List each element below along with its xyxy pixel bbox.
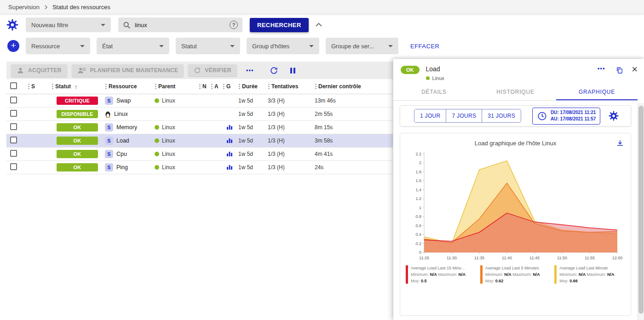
panel-more-icon[interactable]: ••• [598, 65, 605, 72]
column-drag-icon[interactable] [155, 83, 157, 90]
table-row[interactable]: CRITIQUESSwapLinux1w 5d3/3 (H)13m 46s [6, 94, 393, 108]
select-all-checkbox[interactable] [10, 82, 17, 89]
legend-item[interactable]: Average Load Last 15 Minu ..Minimum: N/A… [406, 265, 477, 285]
column-header[interactable]: Durée [237, 79, 267, 94]
table-row[interactable]: OKSMemoryLinux1w 5d1/3 (H)8m 15s [6, 121, 393, 134]
column-drag-icon[interactable] [105, 83, 107, 90]
column-drag-icon[interactable] [28, 83, 30, 90]
tab-graphique[interactable]: GRAPHIQUE [556, 85, 638, 100]
row-checkbox[interactable] [10, 110, 17, 117]
row-checkbox[interactable] [10, 163, 17, 170]
resource-name[interactable]: Load [116, 137, 129, 144]
parent-name[interactable]: Linux [162, 97, 175, 104]
clear-filters-button[interactable]: EFFACER [410, 43, 439, 50]
search-button[interactable]: RECHERCHER [250, 18, 309, 32]
table-row[interactable]: OKSPingLinux1w 5d1/3 (H)24s [6, 161, 393, 174]
status-badge[interactable]: OK [57, 123, 98, 131]
column-drag-icon[interactable] [268, 83, 270, 90]
status-badge[interactable]: DISPONIBLE [57, 110, 98, 118]
criteria-select-5[interactable]: Groupe de ser... [326, 38, 398, 54]
help-icon[interactable]: ? [230, 21, 238, 29]
acknowledge-button[interactable]: ACQUITTER [11, 64, 67, 77]
check-button[interactable]: VÉRIFIER [188, 64, 237, 76]
svg-text:1.8: 1.8 [415, 170, 421, 174]
tab-historique[interactable]: HISTORIQUE [475, 85, 556, 100]
parent-name[interactable]: Linux [162, 151, 175, 157]
criteria-select-2[interactable]: État [97, 38, 169, 54]
refresh-icon[interactable] [270, 66, 278, 75]
status-badge[interactable]: OK [57, 150, 98, 158]
criteria-select-4[interactable]: Group d'hôtes [247, 38, 319, 54]
close-panel-icon[interactable]: × [632, 64, 638, 74]
table-row[interactable]: OKSLoadLinux1w 5d1/3 (H)3m 58s [6, 134, 393, 148]
graph-icon[interactable] [226, 137, 233, 143]
legend-item[interactable]: Average Load Last 5 MinutesMinimum: N/A … [480, 265, 551, 285]
search-input[interactable] [135, 22, 225, 29]
search-box[interactable]: ? [118, 17, 242, 32]
range-7-days-button[interactable]: 7 JOURS [446, 109, 482, 122]
resource-name[interactable]: Cpu [116, 151, 127, 157]
resource-name[interactable]: Memory [116, 124, 137, 131]
row-checkbox[interactable] [10, 137, 17, 143]
graph-settings-gear-icon[interactable] [609, 111, 619, 121]
column-header[interactable]: S [27, 79, 51, 94]
row-checkbox[interactable] [10, 97, 17, 103]
legend-color-bar [480, 265, 483, 284]
range-31-days-button[interactable]: 31 JOURS [482, 109, 521, 122]
chevron-down-icon [230, 45, 235, 47]
add-criteria-button[interactable]: + [7, 40, 19, 52]
criteria-select-3[interactable]: Statut [176, 38, 240, 54]
parent-name[interactable]: Linux [162, 164, 175, 171]
column-header[interactable]: G [222, 79, 237, 94]
resource-name[interactable]: Ping [116, 164, 128, 171]
column-drag-icon[interactable] [199, 83, 201, 90]
legend-item[interactable]: Average Load Last MinuteMinimum: N/A Max… [554, 265, 625, 285]
filters-settings-gear-icon[interactable] [6, 19, 18, 31]
column-header[interactable]: N [198, 79, 210, 94]
panel-scrollbar[interactable] [638, 103, 644, 320]
export-graph-icon[interactable] [616, 139, 624, 147]
graph-icon[interactable] [226, 124, 233, 130]
column-header[interactable]: Parent [154, 79, 198, 94]
pause-icon[interactable] [290, 68, 295, 74]
parent-name[interactable]: Linux [162, 124, 175, 131]
load-graph[interactable]: 00.20.40.60.811.21.41.61.822.211:2511:30… [408, 149, 624, 264]
copy-link-icon[interactable] [615, 66, 624, 74]
status-badge[interactable]: OK [57, 137, 98, 145]
panel-scrollbar-thumb[interactable] [638, 106, 644, 314]
criteria-select-1[interactable]: Ressource [26, 38, 90, 54]
column-drag-icon[interactable] [315, 83, 317, 90]
sort-asc-icon[interactable]: ↑ [75, 83, 78, 90]
status-badge[interactable]: OK [57, 163, 98, 171]
column-header[interactable]: Ressource [104, 79, 154, 94]
set-downtime-button[interactable]: PLANIFIER UNE MAINTENANCE [72, 64, 184, 77]
resource-name[interactable]: Linux [114, 111, 128, 117]
date-range-box[interactable]: DU: 17/08/2021 11:21 AU: 17/08/2021 11:5… [532, 108, 600, 125]
table-row[interactable]: OKSCpuLinux1w 5d1/3 (H)4m 41s [6, 148, 393, 161]
filter-bar: Nouveau filtre ? RECHERCHER [6, 17, 322, 32]
status-badge[interactable]: CRITIQUE [57, 97, 98, 105]
column-drag-icon[interactable] [223, 83, 225, 90]
column-drag-icon[interactable] [52, 83, 54, 90]
svg-text:12:00: 12:00 [612, 256, 622, 260]
range-1-day-button[interactable]: 1 JOUR [414, 109, 446, 122]
saved-filter-select[interactable]: Nouveau filtre [26, 17, 111, 32]
column-header[interactable]: Tentatives [267, 79, 314, 94]
column-header[interactable]: Statut↑ [51, 79, 104, 94]
panel-subtitle: Linux [432, 75, 444, 81]
row-checkbox[interactable] [10, 123, 17, 130]
more-actions-icon[interactable]: ••• [246, 67, 254, 74]
graph-icon[interactable] [226, 164, 233, 170]
table-row[interactable]: DISPONIBLELinux1w 5d1/3 (H)2m 55s [6, 108, 393, 121]
column-header[interactable]: A [210, 79, 222, 94]
column-drag-icon[interactable] [211, 83, 213, 90]
resource-name[interactable]: Swap [116, 97, 131, 104]
collapse-filters-icon[interactable] [315, 23, 322, 27]
tab-details[interactable]: DÉTAILS [393, 85, 475, 100]
parent-name[interactable]: Linux [162, 137, 175, 144]
row-checkbox[interactable] [10, 150, 17, 157]
breadcrumb-supervision[interactable]: Supervision [8, 4, 40, 11]
column-header[interactable]: Dernier contrôle [314, 79, 393, 94]
graph-icon[interactable] [226, 150, 233, 157]
column-drag-icon[interactable] [238, 83, 241, 90]
